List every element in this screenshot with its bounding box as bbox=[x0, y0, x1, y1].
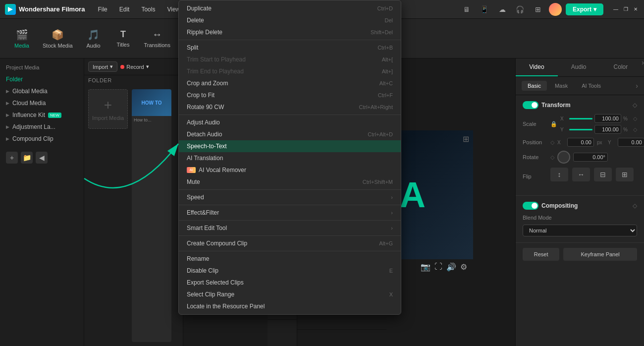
import-dropdown[interactable]: Import ▾ bbox=[88, 61, 117, 72]
ctx-export-selected-label: Export Selected Clips bbox=[187, 279, 244, 286]
ctx-ai-vocal-remover[interactable]: AI AI Vocal Remover bbox=[179, 164, 401, 176]
maximize-button[interactable]: ❐ bbox=[622, 6, 629, 13]
record-button[interactable]: Record ▾ bbox=[120, 63, 149, 70]
scale-y-input[interactable] bbox=[594, 125, 621, 134]
user-avatar[interactable] bbox=[549, 3, 562, 16]
ctx-adjust-audio[interactable]: Adjust Audio bbox=[179, 116, 401, 128]
menu-file[interactable]: File bbox=[93, 4, 112, 15]
tab-video[interactable]: Video bbox=[516, 58, 558, 76]
reset-button[interactable]: Reset bbox=[523, 248, 559, 261]
compositing-toggle[interactable] bbox=[523, 202, 538, 210]
tool-media[interactable]: 🎬 Media bbox=[8, 26, 36, 52]
add-bin-button[interactable]: 📁 bbox=[21, 152, 33, 164]
ctx-disable-clip-label: Disable Clip bbox=[187, 267, 218, 274]
ctx-rotate[interactable]: Rotate 90 CW Ctrl+Alt+Right bbox=[179, 101, 401, 113]
sidebar-item-global-media[interactable]: ▶ Global Media bbox=[0, 85, 84, 97]
ctx-trim-end[interactable]: Trim End to Playhead Alt+] bbox=[179, 65, 401, 77]
ctx-speed[interactable]: Speed › bbox=[179, 191, 401, 203]
ctx-create-compound[interactable]: Create Compound Clip Alt+G bbox=[179, 237, 401, 249]
scale-y-diamond-icon[interactable]: ◇ bbox=[633, 126, 637, 133]
fullscreen-icon[interactable]: ⛶ bbox=[434, 262, 442, 272]
app-logo: Wondershare Filmora bbox=[5, 4, 85, 15]
ctx-disable-clip[interactable]: Disable Clip E bbox=[179, 265, 401, 277]
media-thumb-how-to[interactable]: HOW TO How to... bbox=[132, 89, 171, 342]
pos-x-input[interactable] bbox=[567, 138, 594, 147]
right-panel-nav-arrow[interactable]: › bbox=[642, 58, 644, 76]
add-folder-button[interactable]: + bbox=[6, 152, 18, 164]
ctx-crop-zoom[interactable]: Crop and Zoom Alt+C bbox=[179, 77, 401, 89]
export-button[interactable]: Export ▾ bbox=[566, 3, 603, 15]
ctx-split[interactable]: Split Ctrl+B bbox=[179, 42, 401, 54]
ctx-mute[interactable]: Mute Ctrl+Shift+M bbox=[179, 176, 401, 188]
ctx-effect-filter[interactable]: Effect&Filter › bbox=[179, 207, 401, 219]
ctx-trim-start[interactable]: Trim Start to Playhead Alt+[ bbox=[179, 54, 401, 65]
ctx-locate-resource[interactable]: Locate in the Resource Panel bbox=[179, 300, 401, 312]
flip-btn4[interactable]: ⊞ bbox=[616, 168, 634, 181]
sidebar-item-compound-clip[interactable]: ▶ Compound Clip bbox=[0, 133, 84, 145]
scale-y-slider[interactable] bbox=[569, 129, 592, 130]
menu-tools[interactable]: Tools bbox=[136, 4, 160, 15]
sidebar-item-influence-kit[interactable]: ▶ Influence Kit NEW bbox=[0, 109, 84, 121]
scale-x-input[interactable] bbox=[594, 114, 621, 123]
import-arrow-icon: ▾ bbox=[110, 63, 113, 70]
preview-expand-icon[interactable]: ⊞ bbox=[463, 134, 469, 144]
close-button[interactable]: ✕ bbox=[632, 6, 639, 13]
screen-icon[interactable]: 🖥 bbox=[460, 2, 474, 16]
import-media-thumb[interactable]: + Import Media bbox=[88, 89, 128, 129]
tool-stock[interactable]: 📦 Stock Media bbox=[38, 26, 78, 52]
minimize-button[interactable]: — bbox=[612, 6, 619, 13]
flip-vertical-button[interactable]: ↕ bbox=[550, 168, 568, 181]
tab-audio[interactable]: Audio bbox=[558, 58, 600, 76]
ctx-ripple-delete[interactable]: Ripple Delete Shift+Del bbox=[179, 26, 401, 38]
ctx-duplicate[interactable]: Duplicate Ctrl+D bbox=[179, 2, 401, 14]
rotate-dial[interactable] bbox=[557, 151, 570, 164]
tool-transitions[interactable]: ↔ Transitions bbox=[139, 26, 175, 51]
sub-tab-basic[interactable]: Basic bbox=[522, 81, 547, 91]
keyframe-panel-button[interactable]: Keyframe Panel bbox=[563, 248, 637, 261]
sub-nav-arrow[interactable]: › bbox=[636, 82, 638, 90]
upload-icon[interactable]: ☁ bbox=[495, 2, 509, 16]
blend-mode-select[interactable]: Normal bbox=[523, 225, 637, 236]
ctx-smart-edit[interactable]: Smart Edit Tool › bbox=[179, 222, 401, 234]
compositing-header: Compositing ◇ bbox=[523, 202, 637, 210]
ctx-ai-translation[interactable]: AI Translation bbox=[179, 152, 401, 164]
mobile-icon[interactable]: 📱 bbox=[478, 2, 491, 16]
volume-icon[interactable]: 🔊 bbox=[446, 262, 456, 272]
ctx-delete[interactable]: Delete Del bbox=[179, 14, 401, 26]
transform-diamond-icon[interactable]: ◇ bbox=[633, 102, 637, 109]
sub-tab-mask[interactable]: Mask bbox=[549, 81, 574, 91]
sidebar-item-cloud-media[interactable]: ▶ Cloud Media bbox=[0, 97, 84, 109]
scale-x-diamond-icon[interactable]: ◇ bbox=[633, 115, 637, 122]
headphone-icon[interactable]: 🎧 bbox=[513, 2, 527, 16]
sidebar-item-adjustment-layer[interactable]: ▶ Adjustment La... bbox=[0, 121, 84, 133]
ctx-crop-fit[interactable]: Crop to Fit Ctrl+F bbox=[179, 89, 401, 101]
ctx-export-selected[interactable]: Export Selected Clips bbox=[179, 277, 401, 288]
tool-audio[interactable]: 🎵 Audio bbox=[80, 26, 107, 52]
scale-x-fill bbox=[569, 118, 592, 119]
grid-icon[interactable]: ⊞ bbox=[531, 2, 545, 16]
compositing-diamond-icon[interactable]: ◇ bbox=[633, 202, 637, 209]
ctx-rename[interactable]: Rename bbox=[179, 253, 401, 265]
export-dropdown-arrow[interactable]: ▾ bbox=[593, 6, 596, 13]
rotate-diamond-icon[interactable]: ◇ bbox=[550, 154, 554, 161]
pos-y-input[interactable] bbox=[618, 138, 644, 147]
rotate-input[interactable] bbox=[573, 153, 608, 162]
tool-titles[interactable]: T Titles bbox=[109, 26, 137, 51]
preview-playback-buttons: 📷 ⛶ 🔊 ⚙ bbox=[421, 262, 467, 272]
sidebar-folder[interactable]: Folder bbox=[0, 73, 84, 85]
ctx-select-range[interactable]: Select Clip Range X bbox=[179, 288, 401, 300]
sidebar-collapse-button[interactable]: ◀ bbox=[36, 152, 48, 164]
flip-btn3[interactable]: ⊟ bbox=[594, 168, 612, 181]
lock-icon[interactable]: 🔒 bbox=[550, 121, 557, 127]
snapshot-icon[interactable]: 📷 bbox=[421, 262, 430, 272]
settings-icon[interactable]: ⚙ bbox=[460, 262, 467, 272]
tab-color[interactable]: Color bbox=[600, 58, 642, 76]
transform-toggle[interactable] bbox=[523, 101, 538, 109]
ctx-speech-to-text[interactable]: Speech-to-Text bbox=[179, 140, 401, 152]
flip-horizontal-button[interactable]: ↔ bbox=[572, 168, 590, 181]
menu-edit[interactable]: Edit bbox=[114, 4, 135, 15]
ctx-detach-audio[interactable]: Detach Audio Ctrl+Alt+D bbox=[179, 128, 401, 140]
position-diamond-icon[interactable]: ◇ bbox=[550, 139, 554, 146]
sub-tab-ai-tools[interactable]: AI Tools bbox=[576, 81, 607, 91]
scale-x-slider[interactable] bbox=[569, 118, 592, 119]
